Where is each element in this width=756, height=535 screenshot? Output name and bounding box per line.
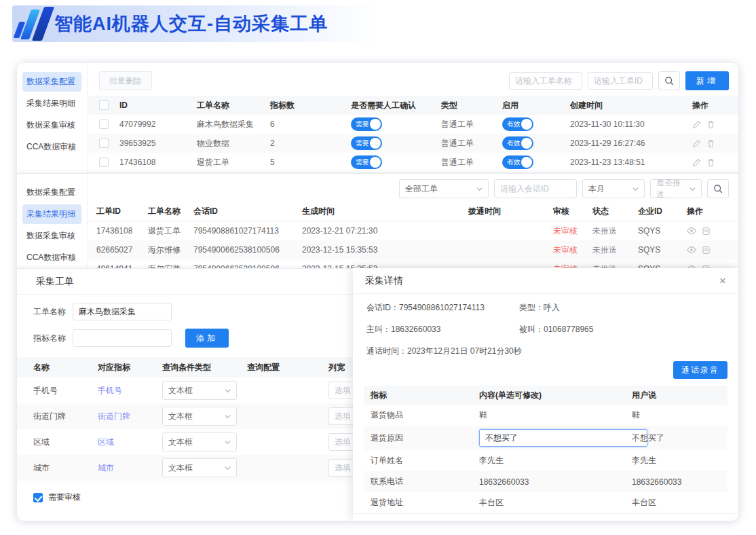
order-name-search-input[interactable] [509,72,582,90]
metric-link[interactable]: 城市 [98,463,114,473]
sidebar-item-result-detail[interactable]: 采集结果明细 [22,94,81,113]
delete-icon[interactable] [706,120,715,129]
cell-id: 47079992 [119,119,197,129]
sidebar-item-data-config[interactable]: 数据采集配置 [22,72,81,92]
cell-created-at: 2023-11-30 10:11:30 [570,119,692,129]
select-value: 本月 [588,183,605,195]
metric-link[interactable]: 区域 [98,437,114,447]
cell-session-id: 7954908861027174113 [193,226,302,236]
cell-order-name: 海尔安装 [148,263,193,269]
need-review-checkbox[interactable] [33,493,43,502]
sidebar-item-data-review[interactable]: 数据采集审核 [22,226,81,246]
cond-type-select[interactable]: 文本框 [162,381,237,400]
cell-user-said: 鞋 [632,409,713,421]
metric-link[interactable]: 街道门牌 [98,411,130,421]
edit-icon[interactable] [692,158,701,167]
sidebar-item-cca-review[interactable]: CCA数据审核 [22,137,81,157]
cell-user-said: 18632660033 [632,477,713,487]
caller-label: 主叫： [366,325,391,334]
table-row: 62665027 海尔维修 7954900662538100506 2023-1… [88,240,738,259]
cell-id: 39653925 [119,139,197,148]
metric-link[interactable]: 手机号 [98,386,122,395]
page-header: 智能AI机器人交互-自动采集工单 [12,5,392,42]
search-button[interactable] [707,179,729,198]
content-edit-input[interactable] [479,429,647,447]
search-button[interactable] [658,71,680,90]
select-all-checkbox[interactable] [99,100,109,110]
col-dialed-at: 拨通时间 [468,206,553,217]
results-table-header: 工单ID 工单名称 会话ID 生成时间 拨通时间 审核 状态 企业ID 操作 [88,202,738,221]
sidebar-item-result-detail[interactable]: 采集结果明细 [22,204,81,224]
page: 智能AI机器人交互-自动采集工单 数据采集配置 采集结果明细 数据采集审核 CC… [0,0,756,535]
row-checkbox[interactable] [99,119,109,129]
document-icon[interactable] [702,226,711,236]
chevron-down-icon [689,186,696,192]
enabled-toggle[interactable]: 有效 [502,117,533,131]
row-checkbox[interactable] [99,139,109,148]
view-icon[interactable] [687,226,696,236]
confirm-toggle[interactable]: 需要 [351,117,382,131]
order-name-input[interactable] [73,303,172,320]
delete-icon[interactable] [706,139,715,148]
session-id-input[interactable] [494,179,577,198]
cell-order-id: 62665027 [88,245,148,255]
page-title: 智能AI机器人交互-自动采集工单 [54,12,328,36]
close-icon[interactable]: × [719,275,726,287]
cell-name: 手机号 [17,385,98,396]
col-metric: 指标 [364,390,479,401]
cell-name: 城市 [17,462,98,474]
add-metric-button[interactable]: 添加 [185,329,229,348]
batch-delete-button[interactable]: 批量删除 [99,71,152,90]
col-metric: 对应指标 [98,362,162,373]
document-icon[interactable] [702,245,711,255]
detail-header: 采集详情 × [353,268,738,294]
order-id-search-input[interactable] [588,72,653,90]
cell-review: 未审核 [553,263,592,269]
cond-type-select[interactable]: 文本框 [162,432,237,451]
panel-collection-results: 数据采集配置 采集结果明细 数据采集审核 CCA数据审核 全部工单 本月 [17,173,738,268]
results-filter-bar: 全部工单 本月 是否推送 [88,174,738,202]
row-checkbox[interactable] [99,158,109,167]
cell-id: 17436108 [119,158,197,167]
cell-type: 普通工单 [441,138,502,149]
col-review: 审核 [553,206,592,217]
cell-name: 街道门牌 [17,411,98,422]
order-filter-select[interactable]: 全部工单 [399,179,489,198]
enabled-toggle[interactable]: 有效 [502,136,533,150]
cond-type-select[interactable]: 文本框 [162,407,237,426]
toggle-label: 需要 [356,158,369,166]
view-icon[interactable] [687,245,696,255]
col-order-name: 工单名称 [148,206,193,217]
chevron-down-icon [225,465,231,471]
add-button[interactable]: 新增 [685,71,729,90]
metric-name-input[interactable] [73,329,172,347]
confirm-toggle[interactable]: 需要 [351,136,382,150]
delete-icon[interactable] [706,158,715,167]
edit-icon[interactable] [692,139,701,148]
cell-company-id: SQYS [638,245,687,255]
enabled-toggle[interactable]: 有效 [502,155,533,169]
call-type-label: 类型： [519,303,544,312]
col-enabled: 启用 [502,100,570,111]
sidebar-item-data-review[interactable]: 数据采集审核 [22,115,81,135]
col-session-id: 会话ID [193,206,302,217]
cell-metric: 联系电话 [364,476,479,487]
cond-type-select[interactable]: 文本框 [162,458,237,477]
col-config: 查询配置 [247,362,328,373]
caller-field: 主叫：18632660033 [366,324,519,335]
month-filter-select[interactable]: 本月 [582,179,645,198]
call-recording-button[interactable]: 通话录音 [673,361,727,379]
table-row: 49614941 海尔安装 7954900662538100506 2023-1… [88,259,738,268]
sidebar-item-cca-review[interactable]: CCA数据审核 [22,248,81,268]
col-user-said: 用户说 [632,390,713,401]
detail-title: 采集详情 [365,275,403,287]
sidebar-item-data-config[interactable]: 数据采集配置 [22,183,81,202]
cell-content: 18632660033 [479,477,632,487]
edit-icon[interactable] [692,120,701,129]
confirm-toggle[interactable]: 需要 [351,155,382,169]
table-row: 17436108 退货工单 5 需要 普通工单 有效 2023-11-23 13… [88,153,738,172]
push-filter-select[interactable]: 是否推送 [650,179,702,198]
cell-type: 普通工单 [441,157,502,168]
cell-name: 区域 [17,437,98,448]
cell-user-said: 李先生 [632,455,713,466]
